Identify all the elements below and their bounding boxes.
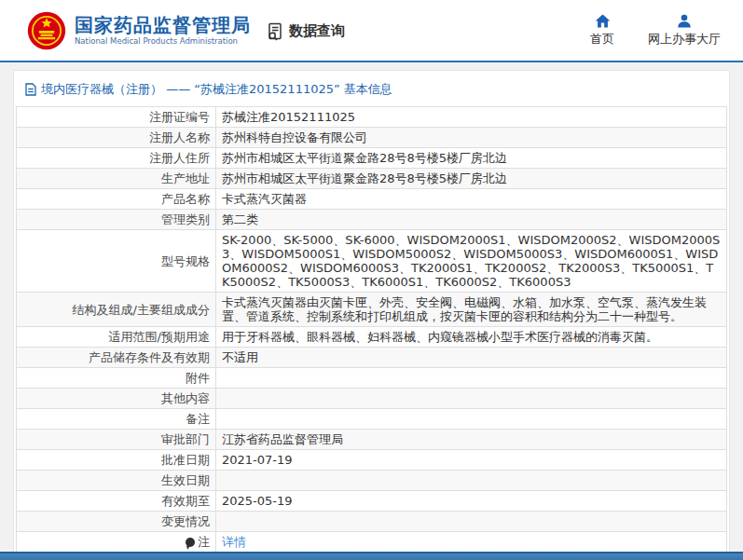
nav-item-home[interactable]: 首页 [590, 14, 614, 48]
row-value: 详情 [216, 532, 727, 553]
row-value [216, 471, 727, 491]
table-row: 注册人名称苏州科特自控设备有限公司 [17, 128, 727, 148]
row-value: 卡式蒸汽灭菌器由灭菌卡匣、外壳、安全阀、电磁阀、水箱、加水泵、空气泵、蒸汽发生装… [216, 293, 727, 327]
row-label: 变更情况 [17, 512, 216, 532]
row-label: 有效期至 [17, 491, 216, 512]
content-panel: 境内医疗器械（注册） —— “苏械注准20152111025” 基本信息 注册证… [13, 70, 730, 555]
row-label: 注册证编号 [17, 107, 216, 128]
table-row: 附件 [17, 368, 727, 389]
row-label: 管理类别 [17, 210, 216, 230]
table-row: 注详情 [17, 532, 727, 553]
table-row: 审批部门江苏省药品监督管理局 [17, 430, 727, 450]
row-label: 注 [17, 532, 216, 553]
table-row: 变更情况 [17, 512, 727, 532]
agency-name-en: National Medical Products Administration [75, 36, 251, 47]
row-value [216, 409, 727, 430]
document-icon [25, 83, 36, 96]
table-row: 结构及组成/主要组成成分卡式蒸汽灭菌器由灭菌卡匣、外壳、安全阀、电磁阀、水箱、加… [17, 293, 727, 327]
table-row: 产品储存条件及有效期不适用 [17, 348, 727, 368]
data-query-icon [266, 22, 284, 41]
row-label: 适用范围/预期用途 [17, 327, 216, 348]
row-value: SK-2000、SK-5000、SK-6000、WISDOM2000S1、WIS… [216, 230, 727, 293]
table-row: 备注 [17, 409, 727, 430]
row-label: 结构及组成/主要组成成分 [17, 293, 216, 327]
row-value: 2025-05-19 [216, 491, 727, 512]
breadcrumb: 境内医疗器械（注册） —— “苏械注准20152111025” 基本信息 [14, 71, 729, 106]
data-query-label: 数据查询 [289, 22, 345, 40]
nav-item-label: 网上办事大厅 [648, 31, 721, 48]
table-row: 注册人住所苏州市相城区太平街道聚金路28号8号楼5楼厂房北边 [17, 148, 727, 169]
row-label: 型号规格 [17, 230, 216, 293]
table-row: 注册证编号苏械注准20152111025 [17, 107, 727, 128]
table-row: 生产地址苏州市相城区太平街道聚金路28号8号楼5楼厂房北边 [17, 169, 727, 189]
row-value [216, 368, 727, 389]
nav-item-label: 首页 [590, 31, 614, 48]
row-label: 生产地址 [17, 169, 216, 189]
national-emblem-icon [26, 10, 67, 51]
row-value: 卡式蒸汽灭菌器 [216, 189, 727, 210]
row-value: 苏州市相城区太平街道聚金路28号8号楼5楼厂房北边 [216, 169, 727, 189]
row-value: 苏州市相城区太平街道聚金路28号8号楼5楼厂房北边 [216, 148, 727, 169]
row-label: 生效日期 [17, 471, 216, 491]
row-label: 审批部门 [17, 430, 216, 450]
row-value [216, 389, 727, 409]
row-value: 江苏省药品监督管理局 [216, 430, 727, 450]
table-row: 管理类别第二类 [17, 210, 727, 230]
row-label: 备注 [17, 409, 216, 430]
row-value [216, 512, 727, 532]
table-row: 适用范围/预期用途用于牙科器械、眼科器械、妇科器械、内窥镜器械小型手术医疗器械的… [17, 327, 727, 348]
table-row: 其他内容 [17, 389, 727, 409]
row-value: 2021-07-19 [216, 450, 727, 471]
row-value: 苏州科特自控设备有限公司 [216, 128, 727, 148]
breadcrumb-text: 境内医疗器械（注册） —— “苏械注准20152111025” 基本信息 [41, 81, 392, 98]
nav-item-online-hall[interactable]: 网上办事大厅 [648, 14, 721, 48]
site-header: 国家药品监督管理局 National Medical Products Admi… [0, 0, 743, 62]
row-value: 用于牙科器械、眼科器械、妇科器械、内窥镜器械小型手术医疗器械的消毒灭菌。 [216, 327, 727, 348]
registration-info-table: 注册证编号苏械注准20152111025注册人名称苏州科特自控设备有限公司注册人… [16, 106, 727, 553]
row-label: 其他内容 [17, 389, 216, 409]
row-value: 不适用 [216, 348, 727, 368]
table-row: 型号规格SK-2000、SK-5000、SK-6000、WISDOM2000S1… [17, 230, 727, 293]
home-icon [595, 14, 611, 28]
data-query-section[interactable]: 数据查询 [266, 22, 345, 41]
footer-bar [0, 552, 743, 560]
agency-name-cn: 国家药品监督管理局 [75, 14, 251, 36]
top-nav: 首页 网上办事大厅 [590, 14, 721, 48]
row-label: 附件 [17, 368, 216, 389]
agency-title-block: 国家药品监督管理局 National Medical Products Admi… [75, 14, 251, 47]
row-label: 注册人名称 [17, 128, 216, 148]
row-label: 产品名称 [17, 189, 216, 210]
row-value: 苏械注准20152111025 [216, 107, 727, 128]
table-row: 有效期至2025-05-19 [17, 491, 727, 512]
row-label: 注册人住所 [17, 148, 216, 169]
row-label: 批准日期 [17, 450, 216, 471]
note-balloon-icon [186, 538, 195, 547]
row-label: 产品储存条件及有效期 [17, 348, 216, 368]
agency-logo: 国家药品监督管理局 National Medical Products Admi… [26, 10, 251, 51]
table-row: 批准日期2021-07-19 [17, 450, 727, 471]
table-row: 生效日期 [17, 471, 727, 491]
detail-link[interactable]: 详情 [222, 535, 246, 549]
person-icon [677, 14, 692, 28]
info-table-body: 注册证编号苏械注准20152111025注册人名称苏州科特自控设备有限公司注册人… [17, 107, 727, 553]
row-value: 第二类 [216, 210, 727, 230]
table-row: 产品名称卡式蒸汽灭菌器 [17, 189, 727, 210]
